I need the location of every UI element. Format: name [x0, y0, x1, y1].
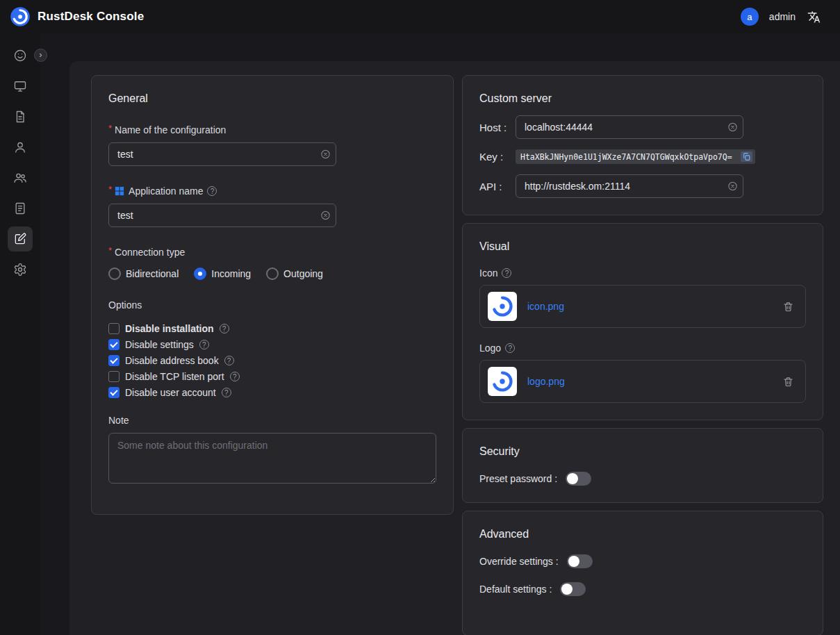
rustdesk-console-app: RustDesk Console a admin [0, 0, 840, 635]
api-label: API : [479, 181, 516, 192]
note-label: Note [108, 415, 436, 426]
icon-preview-image [488, 292, 517, 321]
clear-application-name-icon[interactable] [320, 211, 331, 221]
checkbox-icon[interactable] [108, 323, 120, 334]
sidebar-expand-button[interactable] [34, 49, 47, 62]
radio-bidirectional[interactable]: Bidirectional [108, 267, 179, 280]
devices-icon [13, 79, 27, 93]
checkbox-disable-tcp-listen-port[interactable]: Disable TCP listen port [108, 371, 436, 382]
general-card: General Name of the configuration [91, 75, 454, 515]
clear-host-icon[interactable] [727, 122, 738, 133]
preset-password-toggle[interactable] [566, 472, 591, 486]
default-settings-toggle[interactable] [560, 582, 586, 596]
key-label: Key : [479, 151, 516, 163]
advanced-card: Advanced Override settings : Default set… [462, 511, 823, 635]
checkbox-disable-installation[interactable]: Disable installation [108, 323, 436, 334]
api-input[interactable] [516, 174, 743, 198]
host-label: Host : [479, 122, 516, 133]
settings-gear-icon [13, 263, 27, 277]
disable-user-account-help-icon[interactable] [222, 388, 231, 397]
language-translate-icon[interactable] [806, 9, 822, 25]
note-textarea[interactable] [108, 433, 436, 484]
logo-help-icon[interactable] [505, 343, 515, 353]
header-right: a admin [741, 8, 822, 26]
required-asterisk [108, 184, 112, 195]
clear-config-name-icon[interactable] [320, 149, 331, 160]
shell: General Name of the configuration [0, 33, 840, 635]
delete-icon-trash-icon[interactable] [782, 301, 794, 313]
override-settings-label: Override settings : [479, 556, 559, 567]
checkbox-icon[interactable] [108, 355, 120, 366]
windows-icon [115, 186, 124, 196]
logo-label: Logo [479, 343, 806, 354]
content-panel: General Name of the configuration [69, 61, 840, 635]
user-avatar[interactable]: a [741, 8, 759, 26]
username[interactable]: admin [769, 11, 796, 22]
icon-label: Icon [479, 267, 806, 279]
config-name-input[interactable] [108, 142, 336, 166]
custom-server-card: Custom server Host : [462, 75, 823, 215]
disable-settings-help-icon[interactable] [199, 340, 209, 349]
checkbox-icon[interactable] [108, 339, 120, 350]
copy-key-icon[interactable] [741, 151, 752, 162]
document-icon [13, 110, 27, 124]
checkbox-disable-address-book[interactable]: Disable address book [108, 355, 436, 366]
radio-icon[interactable] [108, 267, 121, 280]
general-card-title: General [108, 92, 436, 105]
key-row: Key : HtaXBkJNHyn0e1U1jWXze7A7CN7QTGWqxk… [479, 149, 806, 164]
icon-file-box: icon.png [479, 285, 806, 328]
radio-icon[interactable] [266, 267, 279, 280]
custom-server-title: Custom server [479, 92, 806, 105]
host-row: Host : [479, 115, 806, 139]
required-asterisk [108, 245, 112, 256]
sidebar-item-custom-client[interactable] [8, 226, 33, 251]
api-row: API : [479, 174, 806, 198]
preset-password-label: Preset password : [479, 473, 557, 484]
application-name-label: Application name [108, 185, 436, 197]
custom-client-icon [13, 232, 27, 246]
logo-preview-image [488, 367, 517, 396]
sidebar-item-devices[interactable] [8, 74, 33, 99]
icon-file-link[interactable]: icon.png [527, 301, 772, 312]
visual-title: Visual [479, 240, 806, 253]
default-settings-label: Default settings : [479, 584, 552, 595]
server-key-field: HtaXBkJNHyn0e1U1jWXze7A7CN7QTGWqxkOtpaVp… [516, 149, 755, 164]
host-input[interactable] [516, 115, 743, 139]
disable-tcp-listen-port-help-icon[interactable] [230, 372, 240, 381]
required-asterisk [108, 123, 112, 133]
config-name-label: Name of the configuration [108, 124, 436, 135]
connection-type-radio-group: Bidirectional Incoming Outgoing [108, 267, 436, 280]
logs-icon [13, 201, 27, 215]
preset-password-row: Preset password : [479, 472, 806, 486]
disable-address-book-help-icon[interactable] [224, 356, 234, 365]
delete-logo-trash-icon[interactable] [782, 376, 794, 388]
default-settings-row: Default settings : [479, 582, 806, 596]
sidebar [0, 33, 40, 635]
icon-help-icon[interactable] [502, 268, 511, 278]
radio-outgoing[interactable]: Outgoing [266, 267, 323, 280]
sidebar-item-groups[interactable] [8, 165, 33, 190]
visual-card: Visual Icon icon.png [462, 223, 823, 420]
disable-installation-help-icon[interactable] [220, 324, 229, 333]
radio-incoming[interactable]: Incoming [194, 267, 251, 280]
checkbox-icon[interactable] [108, 371, 120, 382]
logo-file-link[interactable]: logo.png [527, 376, 772, 387]
checkbox-disable-settings[interactable]: Disable settings [108, 339, 436, 350]
override-settings-row: Override settings : [479, 554, 806, 568]
sidebar-item-user[interactable] [8, 135, 33, 160]
application-name-help-icon[interactable] [207, 186, 217, 196]
application-name-input[interactable] [108, 204, 336, 227]
sidebar-item-documents[interactable] [8, 104, 33, 129]
sidebar-item-logs[interactable] [8, 196, 33, 221]
sidebar-item-settings[interactable] [8, 257, 33, 282]
sidebar-item-overview[interactable] [8, 43, 33, 68]
smiley-icon [13, 49, 27, 63]
app-title: RustDesk Console [38, 10, 144, 24]
checkbox-icon[interactable] [108, 387, 120, 398]
override-settings-toggle[interactable] [567, 554, 593, 568]
radio-icon[interactable] [194, 267, 206, 280]
clear-api-icon[interactable] [727, 181, 738, 192]
checkbox-disable-user-account[interactable]: Disable user account [108, 387, 436, 398]
advanced-title: Advanced [479, 528, 806, 541]
app-header: RustDesk Console a admin [0, 0, 840, 33]
